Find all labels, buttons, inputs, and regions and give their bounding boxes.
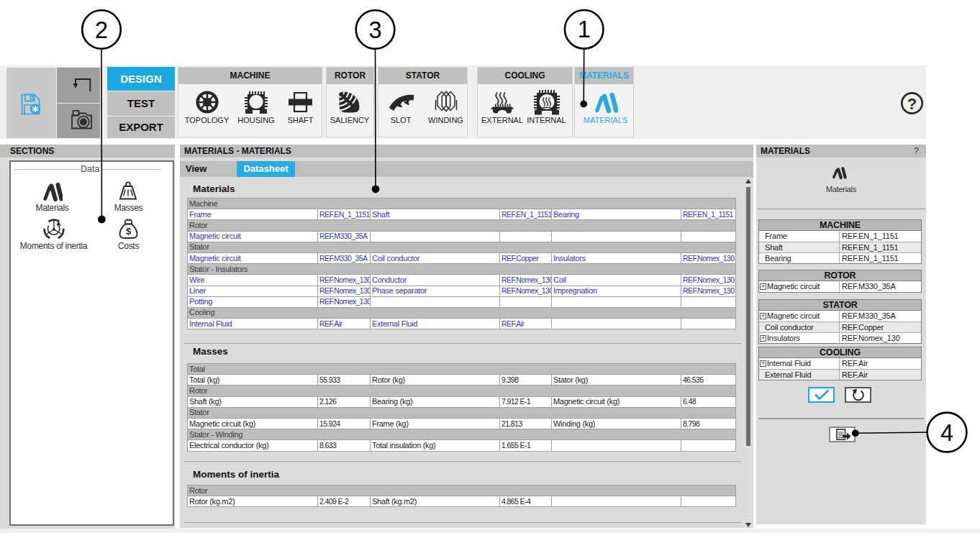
svg-text:1: 1 <box>578 17 591 42</box>
svg-text:3: 3 <box>368 17 381 43</box>
svg-text:2: 2 <box>95 17 108 43</box>
svg-text:4: 4 <box>940 420 953 446</box>
